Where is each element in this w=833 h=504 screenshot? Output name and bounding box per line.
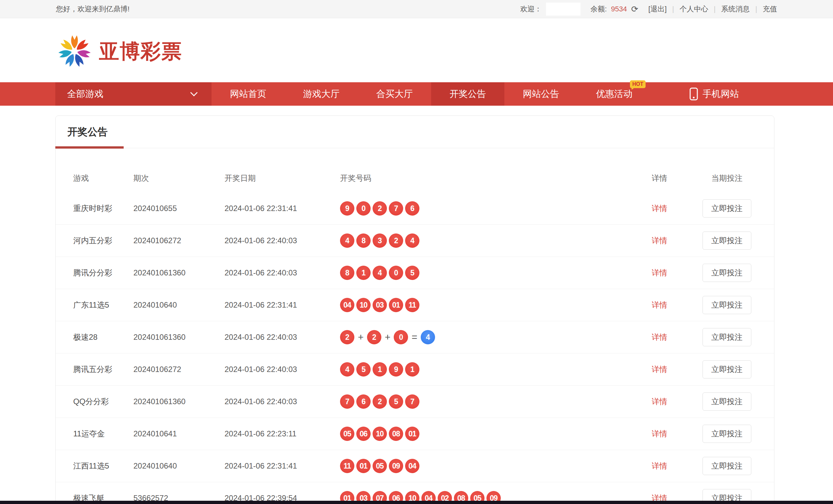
nav-item-label: 游戏大厅 [303, 88, 340, 100]
period-number: 2024010640 [134, 461, 224, 471]
lottery-ball: 3 [373, 233, 387, 248]
topbar-greeting: 您好，欢迎来到亿鼎博! [56, 4, 129, 14]
detail-link[interactable]: 详情 [652, 365, 667, 374]
bet-cell: 立即投注 [686, 393, 768, 411]
lottery-ball: 11 [405, 298, 420, 312]
col-header-bet: 当期投注 [686, 173, 768, 183]
bottom-edge-bar [0, 501, 833, 504]
period-number: 2024010640 [134, 300, 224, 309]
bet-cell: 立即投注 [686, 264, 768, 282]
draw-datetime: 2024-01-06 22:40:03 [224, 365, 340, 374]
operator-sign: + [358, 332, 364, 343]
lottery-ball: 01 [356, 459, 371, 473]
bet-cell: 立即投注 [686, 425, 768, 443]
lottery-ball: 8 [340, 266, 354, 280]
welcome-label: 欢迎： [520, 4, 542, 14]
lottery-ball: 6 [405, 201, 420, 216]
lottery-ball: 5 [356, 362, 371, 377]
bet-button[interactable]: 立即投注 [703, 264, 751, 282]
bet-button[interactable]: 立即投注 [703, 199, 751, 218]
game-name: 腾讯五分彩 [73, 364, 134, 375]
bet-button[interactable]: 立即投注 [703, 296, 751, 314]
lottery-ball: 2 [340, 330, 354, 344]
nav-item-mobile-site[interactable]: 手机网站 [651, 82, 778, 106]
table-row: 河内五分彩202401062722024-01-06 22:40:0348324… [56, 224, 774, 256]
bet-button[interactable]: 立即投注 [703, 393, 751, 411]
nav-item-game-hall[interactable]: 游戏大厅 [285, 82, 358, 106]
lottery-ball: 05 [373, 459, 387, 473]
detail-cell: 详情 [633, 461, 686, 471]
topbar: 您好，欢迎来到亿鼎博! 欢迎： 余额: 9534 ⟳ [退出] | 个人中心 |… [0, 0, 833, 18]
period-number: 20240106272 [134, 365, 224, 374]
game-name: 江西11选5 [73, 461, 134, 471]
nav-item-label: 网站首页 [230, 88, 266, 100]
detail-cell: 详情 [633, 203, 686, 213]
topbar-link-messages[interactable]: 系统消息 [721, 4, 750, 14]
detail-link[interactable]: 详情 [652, 204, 667, 213]
balance-value: 9534 [611, 5, 627, 13]
winning-numbers: 1101050904 [340, 459, 633, 473]
logout-link[interactable]: [退出] [648, 4, 667, 14]
detail-link[interactable]: 详情 [652, 397, 667, 406]
winning-numbers: 81405 [340, 266, 633, 280]
lottery-ball: 0 [356, 201, 371, 216]
nav-item-home[interactable]: 网站首页 [212, 82, 285, 106]
lottery-ball: 01 [389, 298, 403, 312]
refresh-balance-icon[interactable]: ⟳ [631, 5, 638, 13]
detail-link[interactable]: 详情 [652, 268, 667, 277]
nav-item-group-buy-hall[interactable]: 合买大厅 [358, 82, 431, 106]
bet-button[interactable]: 立即投注 [703, 328, 751, 346]
lottery-ball: 2 [389, 233, 403, 248]
lottery-ball: 05 [340, 427, 354, 441]
nav-item-site-announcements[interactable]: 网站公告 [504, 82, 577, 106]
lottery-ball: 10 [373, 427, 387, 441]
winning-numbers: 76257 [340, 395, 633, 409]
topbar-link-deposit[interactable]: 充值 [763, 4, 777, 14]
draw-datetime: 2024-01-06 22:40:03 [224, 333, 340, 342]
bet-button[interactable]: 立即投注 [703, 425, 751, 443]
col-header-period: 期次 [134, 173, 224, 183]
lottery-ball: 0 [389, 266, 403, 280]
page-title: 开奖公告 [67, 125, 108, 139]
detail-link[interactable]: 详情 [652, 300, 667, 309]
lottery-ball: 04 [340, 298, 354, 312]
lottery-ball: 11 [340, 459, 354, 473]
draw-datetime: 2024-01-06 22:40:03 [224, 236, 340, 245]
winning-numbers: 0506100801 [340, 427, 633, 441]
lottery-ball: 7 [389, 201, 403, 216]
card-header: 开奖公告 [56, 116, 774, 148]
all-games-dropdown[interactable]: 全部游戏 [55, 82, 212, 106]
lottery-ball: 1 [356, 266, 371, 280]
topbar-link-profile[interactable]: 个人中心 [680, 4, 708, 14]
detail-link[interactable]: 详情 [652, 333, 667, 342]
balance-label: 余额: [591, 4, 607, 14]
bet-button[interactable]: 立即投注 [703, 231, 751, 250]
draw-datetime: 2024-01-06 22:31:41 [224, 300, 340, 309]
lottery-ball: 1 [373, 362, 387, 377]
nav-item-label: 开奖公告 [450, 88, 486, 100]
lottery-ball: 8 [356, 233, 371, 248]
game-name: 广东11选5 [73, 300, 134, 310]
period-number: 202401061360 [134, 268, 224, 277]
bet-button[interactable]: 立即投注 [703, 360, 751, 378]
topbar-user-area: 欢迎： 余额: 9534 ⟳ [退出] | 个人中心 | 系统消息 | 充值 [520, 3, 777, 16]
lottery-ball: 4 [340, 362, 354, 377]
divider: | [713, 5, 717, 13]
detail-link[interactable]: 详情 [652, 236, 667, 245]
bet-cell: 立即投注 [686, 457, 768, 475]
lottery-ball: 5 [389, 395, 403, 409]
detail-link[interactable]: 详情 [652, 461, 667, 470]
bet-cell: 立即投注 [686, 296, 768, 314]
winning-numbers: 45191 [340, 362, 633, 377]
table-row: 11运夺金20240106412024-01-06 22:23:11050610… [56, 418, 774, 450]
nav-item-lottery-announcements[interactable]: 开奖公告 [431, 82, 504, 106]
nav-item-promotions[interactable]: 优惠活动HOT [577, 82, 651, 106]
brand-logo[interactable]: 亚博彩票 [55, 31, 182, 71]
chevron-down-icon [190, 89, 198, 97]
bet-button[interactable]: 立即投注 [703, 457, 751, 475]
game-name: 重庆时时彩 [73, 203, 134, 213]
detail-link[interactable]: 详情 [652, 429, 667, 438]
hot-badge: HOT [630, 80, 646, 88]
lottery-ball: 9 [340, 201, 354, 216]
table-row: 广东11选520240106402024-01-06 22:31:4104100… [56, 289, 774, 321]
